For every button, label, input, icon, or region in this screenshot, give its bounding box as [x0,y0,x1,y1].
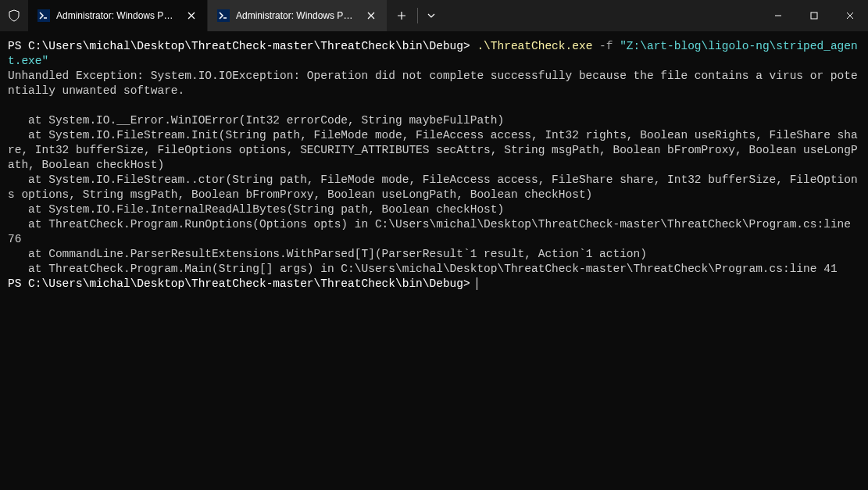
command-executable: .\ThreatCheck.exe [477,40,592,52]
stack-trace-output: Unhandled Exception: System.IO.IOExcepti… [8,70,858,275]
tabs-container: Administrator: Windows Powe Administrato… [28,0,388,31]
tab-title: Administrator: Windows Powe [56,10,177,21]
divider [417,8,418,23]
tab-dropdown[interactable] [420,13,443,18]
command-flag: -f [592,40,620,52]
new-tab-button[interactable] [388,11,416,20]
close-icon[interactable] [365,9,377,22]
close-icon[interactable] [185,9,198,22]
terminal-output[interactable]: PS C:\Users\michal\Desktop\ThreatCheck-m… [0,31,868,299]
cursor [477,277,477,290]
shield-icon [6,8,22,23]
window-controls [760,0,868,31]
tab-1[interactable]: Administrator: Windows Powe [28,0,208,31]
minimize-button[interactable] [760,0,796,31]
svg-rect-2 [811,13,817,19]
titlebar: Administrator: Windows Powe Administrato… [0,0,868,31]
prompt-text: PS C:\Users\michal\Desktop\ThreatCheck-m… [8,40,477,52]
maximize-button[interactable] [796,0,832,31]
powershell-icon [217,9,230,22]
powershell-icon [38,9,50,22]
close-button[interactable] [832,0,868,31]
tab-title: Administrator: Windows Powe [236,10,357,21]
tab-2[interactable]: Administrator: Windows Powe [208,0,388,31]
prompt-text: PS C:\Users\michal\Desktop\ThreatCheck-m… [8,277,477,290]
